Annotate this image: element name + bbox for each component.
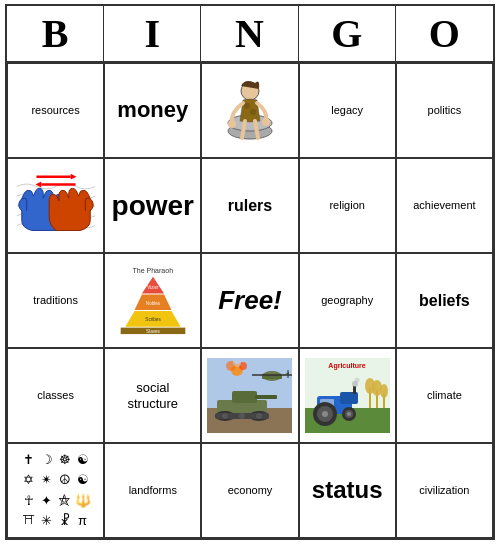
cell-r1c4: achievement bbox=[396, 158, 493, 253]
cell-r3c0: classes bbox=[7, 348, 104, 443]
cell-text: economy bbox=[228, 484, 273, 497]
svg-text:Slaves: Slaves bbox=[146, 329, 161, 334]
cell-text: traditions bbox=[33, 294, 78, 307]
cell-r1c1: power bbox=[104, 158, 201, 253]
svg-point-5 bbox=[228, 120, 236, 128]
agriculture-icon: Agriculture bbox=[305, 358, 390, 433]
cell-r3c1: socialstructure bbox=[104, 348, 201, 443]
svg-point-6 bbox=[262, 118, 270, 126]
svg-point-27 bbox=[256, 413, 262, 419]
cell-text: power bbox=[112, 189, 194, 223]
svg-text:Vizier: Vizier bbox=[147, 284, 159, 289]
cell-r2c3: geography bbox=[299, 253, 396, 348]
cell-text: legacy bbox=[331, 104, 363, 117]
cell-r0c1: money bbox=[104, 63, 201, 158]
svg-point-51 bbox=[322, 411, 328, 417]
svg-point-56 bbox=[354, 378, 359, 383]
svg-rect-47 bbox=[353, 386, 356, 394]
symbol-sun: ✴ bbox=[39, 471, 55, 489]
bingo-grid: resources money bbox=[7, 63, 493, 538]
cell-r1c2: rulers bbox=[201, 158, 298, 253]
cell-r3c4: climate bbox=[396, 348, 493, 443]
cell-text: politics bbox=[428, 104, 462, 117]
pyramid-icon: Vizier Nobles Scribes Slaves bbox=[115, 275, 191, 335]
svg-point-25 bbox=[222, 413, 228, 419]
header-g: G bbox=[299, 6, 396, 61]
symbol-cross: ✝ bbox=[21, 451, 37, 469]
cell-r1c0 bbox=[7, 158, 104, 253]
symbol-bahai: ✦ bbox=[39, 492, 55, 510]
war-scene-icon bbox=[207, 358, 292, 433]
cell-r3c2 bbox=[201, 348, 298, 443]
cell-r4c0: ✝ ☽ ☸ ☯ ✡ ✴ ☮ ☯ ☥ ✦ ⛤ 🔱 ⛩ ✳ ☧ π bbox=[7, 443, 104, 538]
svg-point-4 bbox=[250, 109, 256, 115]
cell-r2c4: beliefs bbox=[396, 253, 493, 348]
header-o: O bbox=[396, 6, 493, 61]
svg-point-35 bbox=[233, 359, 241, 367]
pyramid-container: The Pharaoh Vizier Nobles Scribes Slaves bbox=[109, 267, 196, 335]
cell-r0c3: legacy bbox=[299, 63, 396, 158]
cell-r2c2: Free! bbox=[201, 253, 298, 348]
cell-text: civilization bbox=[419, 484, 469, 497]
symbol-chi-rho: ☧ bbox=[57, 512, 73, 530]
svg-rect-20 bbox=[232, 391, 257, 403]
cell-text: religion bbox=[329, 199, 364, 212]
trade-hands-icon bbox=[12, 166, 100, 246]
svg-rect-21 bbox=[255, 395, 277, 399]
cell-text: climate bbox=[427, 389, 462, 402]
cell-r3c3: Agriculture bbox=[299, 348, 396, 443]
svg-point-44 bbox=[380, 384, 388, 398]
cell-text: achievement bbox=[413, 199, 475, 212]
free-text: Free! bbox=[218, 285, 282, 316]
cell-r2c0: traditions bbox=[7, 253, 104, 348]
symbol-trident: 🔱 bbox=[75, 492, 91, 510]
cell-text: geography bbox=[321, 294, 373, 307]
header-i: I bbox=[104, 6, 201, 61]
cell-text: classes bbox=[37, 389, 74, 402]
symbol-star-david: ✡ bbox=[21, 471, 37, 489]
symbol-yin-yang: ☯ bbox=[75, 471, 91, 489]
header-n: N bbox=[201, 6, 298, 61]
bingo-card: B I N G O resources money bbox=[5, 4, 495, 540]
cell-text: landforms bbox=[129, 484, 177, 497]
cell-text: socialstructure bbox=[128, 380, 179, 411]
cell-r0c0: resources bbox=[7, 63, 104, 158]
cell-r0c4: politics bbox=[396, 63, 493, 158]
symbol-ankh: ☥ bbox=[21, 492, 37, 510]
svg-point-3 bbox=[244, 103, 250, 109]
cell-text: status bbox=[312, 476, 383, 505]
svg-text:Agriculture: Agriculture bbox=[328, 362, 365, 370]
cell-r2c1: The Pharaoh Vizier Nobles Scribes Slaves bbox=[104, 253, 201, 348]
cell-r4c4: civilization bbox=[396, 443, 493, 538]
svg-point-54 bbox=[347, 412, 351, 416]
cell-r4c3: status bbox=[299, 443, 396, 538]
svg-point-26 bbox=[239, 413, 245, 419]
symbol-torii: ⛩ bbox=[21, 512, 37, 530]
symbol-dharma: ☸ bbox=[57, 451, 73, 469]
header-b: B bbox=[7, 6, 104, 61]
cell-text: rulers bbox=[228, 196, 272, 215]
cell-text: beliefs bbox=[419, 291, 470, 310]
cell-r4c1: landforms bbox=[104, 443, 201, 538]
symbol-pentagram: ⛤ bbox=[57, 492, 73, 510]
cell-r0c2 bbox=[201, 63, 298, 158]
symbol-star8: ✳ bbox=[39, 512, 55, 530]
symbol-om: ☯ bbox=[75, 451, 91, 469]
cell-r4c2: economy bbox=[201, 443, 298, 538]
cell-text: money bbox=[117, 97, 188, 123]
svg-marker-7 bbox=[70, 173, 76, 179]
pyramid-title: The Pharaoh bbox=[133, 267, 173, 274]
bingo-header: B I N G O bbox=[7, 6, 493, 63]
cave-person-icon bbox=[210, 73, 290, 148]
cell-r1c3: religion bbox=[299, 158, 396, 253]
svg-text:Nobles: Nobles bbox=[146, 300, 161, 305]
svg-text:Scribes: Scribes bbox=[145, 317, 161, 322]
symbols-grid: ✝ ☽ ☸ ☯ ✡ ✴ ☮ ☯ ☥ ✦ ⛤ 🔱 ⛩ ✳ ☧ π bbox=[21, 451, 91, 530]
symbol-peace: ☮ bbox=[57, 471, 73, 489]
cell-text: resources bbox=[31, 104, 79, 117]
symbol-crescent: ☽ bbox=[39, 451, 55, 469]
symbol-caduceus: π bbox=[75, 512, 91, 530]
